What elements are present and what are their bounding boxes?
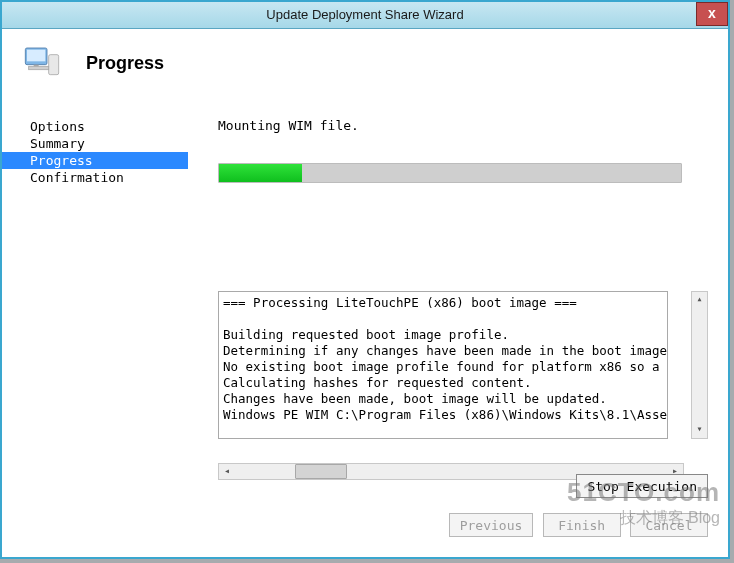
svg-rect-3: [29, 66, 49, 69]
scroll-thumb[interactable]: [295, 464, 347, 479]
wizard-body: Options Summary Progress Confirmation Mo…: [2, 98, 728, 501]
svg-rect-1: [27, 50, 45, 62]
window-title: Update Deployment Share Wizard: [266, 7, 463, 22]
finish-button: Finish: [543, 513, 621, 537]
log-panel: === Processing LiteTouchPE (x86) boot im…: [218, 291, 708, 461]
close-button[interactable]: x: [696, 2, 728, 26]
wizard-window: Update Deployment Share Wizard x Progres…: [0, 0, 730, 559]
page-title: Progress: [86, 53, 164, 74]
stop-execution-button[interactable]: Stop Execution: [576, 474, 708, 498]
svg-rect-4: [34, 65, 39, 67]
status-text: Mounting WIM file.: [218, 118, 708, 133]
sidebar-item-options[interactable]: Options: [2, 118, 188, 135]
scroll-up-icon[interactable]: ▴: [692, 292, 707, 308]
sidebar-item-progress[interactable]: Progress: [2, 152, 188, 169]
computer-icon: [22, 43, 62, 83]
sidebar-item-summary[interactable]: Summary: [2, 135, 188, 152]
sidebar-item-confirmation[interactable]: Confirmation: [2, 169, 188, 186]
svg-rect-2: [49, 55, 59, 75]
scroll-down-icon[interactable]: ▾: [692, 422, 707, 438]
content-area: Mounting WIM file. === Processing LiteTo…: [188, 98, 728, 501]
wizard-header: Progress: [2, 29, 728, 91]
wizard-footer: Previous Finish Cancel: [2, 503, 728, 557]
progress-fill: [219, 164, 302, 182]
log-textarea[interactable]: === Processing LiteTouchPE (x86) boot im…: [218, 291, 668, 439]
vertical-scrollbar[interactable]: ▴ ▾: [691, 291, 708, 439]
stop-button-row: Stop Execution: [576, 474, 708, 498]
progress-bar: [218, 163, 682, 183]
previous-button: Previous: [449, 513, 534, 537]
cancel-button: Cancel: [630, 513, 708, 537]
scroll-left-icon[interactable]: ◂: [219, 464, 235, 479]
step-sidebar: Options Summary Progress Confirmation: [2, 98, 188, 501]
titlebar: Update Deployment Share Wizard x: [2, 2, 728, 29]
